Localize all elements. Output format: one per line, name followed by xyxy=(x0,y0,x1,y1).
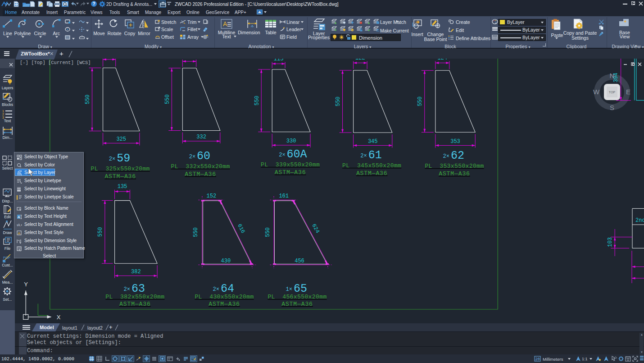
svg-text:345: 345 xyxy=(368,138,378,145)
svg-text:124: 124 xyxy=(437,59,447,61)
svg-text:115: 115 xyxy=(274,59,284,62)
svg-text:2×: 2× xyxy=(279,152,285,158)
svg-text:550: 550 xyxy=(193,227,199,237)
svg-text:550: 550 xyxy=(335,96,341,106)
svg-text:332: 332 xyxy=(196,134,206,140)
svg-text:1: 1 xyxy=(2,110,4,113)
svg-text:382: 382 xyxy=(131,269,141,275)
svg-text:353: 353 xyxy=(450,138,460,145)
svg-text:624: 624 xyxy=(311,223,321,234)
svg-text:2no: 2no xyxy=(635,217,644,224)
svg-text:103: 103 xyxy=(607,237,613,247)
svg-text:PL 382x550x20mm: PL 382x550x20mm xyxy=(105,294,164,300)
svg-text:A: A xyxy=(223,20,227,28)
svg-text:1×: 1× xyxy=(286,286,292,293)
svg-text:62: 62 xyxy=(451,149,464,162)
svg-text:ASTM—A36: ASTM—A36 xyxy=(356,170,388,177)
svg-text:122: 122 xyxy=(355,59,365,61)
svg-text:2: 2 xyxy=(2,113,4,116)
svg-text:PL 332x550x20mm: PL 332x550x20mm xyxy=(171,163,230,170)
svg-text:E: E xyxy=(626,88,630,96)
svg-text:X: X xyxy=(57,314,61,321)
svg-text:61: 61 xyxy=(368,149,382,162)
svg-text:550: 550 xyxy=(97,227,104,237)
svg-text:325: 325 xyxy=(116,136,126,142)
svg-text:A: A xyxy=(18,223,20,227)
svg-text:20: 20 xyxy=(535,357,540,362)
svg-text:ASTM—A36: ASTM—A36 xyxy=(185,171,216,178)
svg-text:A: A xyxy=(18,215,20,219)
svg-text:2×: 2× xyxy=(123,286,130,293)
svg-text:550: 550 xyxy=(85,95,91,105)
svg-text:456: 456 xyxy=(295,258,304,264)
svg-text:59: 59 xyxy=(117,152,130,165)
svg-text:430: 430 xyxy=(221,258,231,264)
svg-text:ASTM—A36: ASTM—A36 xyxy=(281,301,313,308)
svg-text:W: W xyxy=(593,88,600,96)
svg-text:330: 330 xyxy=(286,138,296,144)
svg-text:161: 161 xyxy=(279,193,289,199)
svg-text:550: 550 xyxy=(417,96,423,106)
svg-text:ASTM—A36: ASTM—A36 xyxy=(439,170,470,177)
svg-text:PL 325x550x20mm: PL 325x550x20mm xyxy=(91,165,150,172)
svg-text:PL 339x550x20mm: PL 339x550x20mm xyxy=(261,161,320,168)
svg-text:135: 135 xyxy=(118,184,127,190)
svg-text:152: 152 xyxy=(207,193,217,199)
svg-text:2×: 2× xyxy=(360,153,367,159)
svg-text:S: S xyxy=(610,104,614,111)
svg-text:ASTM—A36: ASTM—A36 xyxy=(119,301,151,308)
svg-text:616: 616 xyxy=(236,223,246,234)
svg-text:394: 394 xyxy=(613,73,619,83)
svg-text:550: 550 xyxy=(254,96,260,106)
svg-text:2×: 2× xyxy=(213,286,219,293)
svg-text:2×: 2× xyxy=(189,154,195,160)
svg-text:2×: 2× xyxy=(443,153,449,160)
svg-text:PL 456x550x20mm: PL 456x550x20mm xyxy=(268,294,327,300)
svg-text:ASTM—A36: ASTM—A36 xyxy=(104,173,136,180)
svg-text:60A: 60A xyxy=(287,148,307,161)
svg-text:PL 430x550x20mm: PL 430x550x20mm xyxy=(195,294,254,300)
svg-text:550: 550 xyxy=(265,227,271,237)
svg-text:ASTM—A36: ASTM—A36 xyxy=(275,169,306,176)
svg-text:PL 353x550x20mm: PL 353x550x20mm xyxy=(425,163,484,170)
svg-text:TOP: TOP xyxy=(609,91,616,94)
svg-text:PGP: PGP xyxy=(3,256,10,260)
svg-text:A: A xyxy=(18,231,21,235)
svg-text:ASTM—A36: ASTM—A36 xyxy=(209,301,240,308)
svg-text:550: 550 xyxy=(164,94,171,104)
svg-text:[-] [Top] [Current] [WCS]: [-] [Top] [Current] [WCS] xyxy=(20,60,91,65)
svg-text:Y: Y xyxy=(24,281,28,288)
svg-text:PL 345x550x20mm: PL 345x550x20mm xyxy=(342,162,401,169)
svg-text:60: 60 xyxy=(197,150,210,163)
svg-text:2×: 2× xyxy=(109,156,115,162)
